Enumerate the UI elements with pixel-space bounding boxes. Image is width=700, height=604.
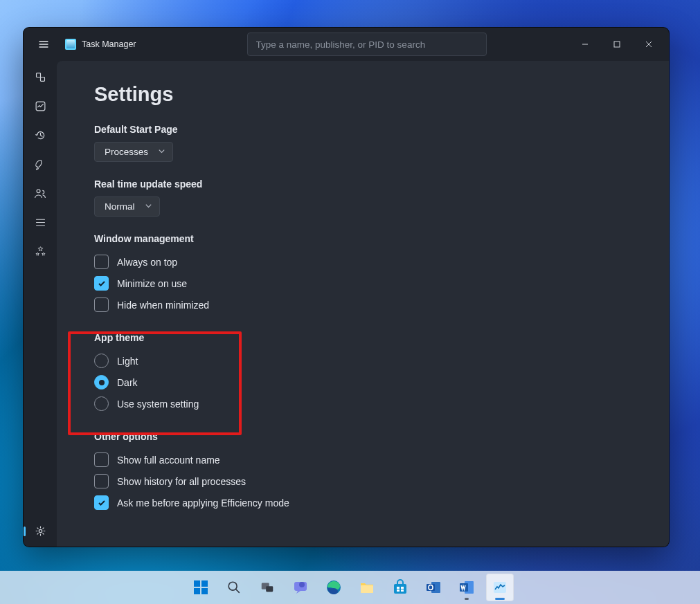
sidebar-item-startup-apps[interactable] bbox=[27, 152, 53, 176]
checkbox-icon bbox=[94, 452, 109, 467]
search-input[interactable] bbox=[247, 33, 487, 56]
windows-start-icon bbox=[192, 579, 209, 596]
window-controls bbox=[569, 33, 666, 55]
taskbar bbox=[0, 571, 700, 604]
svg-rect-1 bbox=[36, 73, 40, 77]
section-label: Default Start Page bbox=[94, 124, 669, 135]
radio-label: Dark bbox=[117, 377, 138, 388]
svg-rect-20 bbox=[397, 589, 400, 592]
taskbar-task-manager-button[interactable] bbox=[486, 574, 514, 601]
svg-point-14 bbox=[299, 582, 305, 587]
checkbox-label: Show full account name bbox=[117, 455, 220, 466]
section-label: Other options bbox=[94, 431, 669, 442]
task-manager-window: Task Manager bbox=[24, 28, 669, 547]
svg-rect-17 bbox=[394, 584, 406, 594]
edge-icon bbox=[325, 579, 342, 596]
search-box bbox=[247, 33, 469, 56]
svg-rect-3 bbox=[36, 102, 45, 111]
svg-point-5 bbox=[39, 529, 42, 532]
sidebar-item-services[interactable] bbox=[27, 239, 53, 263]
dropdown-value: Normal bbox=[105, 201, 135, 212]
processes-icon bbox=[35, 71, 46, 83]
close-button[interactable] bbox=[633, 33, 665, 55]
default-start-page-dropdown[interactable]: Processes bbox=[94, 142, 173, 162]
checkbox-history-all-processes[interactable]: Show history for all processes bbox=[94, 470, 669, 492]
checkbox-label: Show history for all processes bbox=[117, 476, 246, 487]
taskbar-task-view-button[interactable] bbox=[253, 574, 281, 601]
radio-theme-system[interactable]: Use system setting bbox=[94, 393, 669, 414]
taskbar-outlook-button[interactable] bbox=[420, 574, 447, 601]
desktop-background: Task Manager bbox=[0, 0, 700, 604]
taskbar-word-button[interactable] bbox=[453, 574, 481, 601]
radio-label: Light bbox=[117, 356, 138, 367]
page-title: Settings bbox=[94, 83, 669, 106]
sidebar-item-app-history[interactable] bbox=[27, 123, 53, 147]
taskbar-edge-button[interactable] bbox=[320, 574, 348, 601]
checkbox-full-account-name[interactable]: Show full account name bbox=[94, 449, 669, 470]
section-window-management: Window management Always on top Minimize… bbox=[94, 233, 669, 315]
section-label: App theme bbox=[94, 332, 669, 343]
svg-rect-6 bbox=[194, 580, 200, 587]
radio-theme-dark[interactable]: Dark bbox=[94, 372, 669, 393]
task-manager-icon bbox=[492, 579, 508, 596]
hamburger-menu-button[interactable] bbox=[32, 33, 55, 56]
search-icon bbox=[226, 580, 242, 595]
folder-icon bbox=[359, 579, 375, 596]
outlook-icon bbox=[425, 579, 442, 596]
sidebar-item-processes[interactable] bbox=[27, 65, 53, 89]
svg-rect-18 bbox=[397, 587, 400, 589]
checkbox-icon bbox=[94, 298, 109, 312]
chat-icon bbox=[292, 579, 309, 596]
section-other-options: Other options Show full account name Sho… bbox=[94, 431, 669, 513]
sidebar-item-details[interactable] bbox=[27, 210, 53, 234]
taskbar-start-button[interactable] bbox=[187, 574, 215, 601]
radio-icon bbox=[94, 396, 109, 411]
svg-rect-21 bbox=[401, 589, 404, 592]
checkbox-label: Hide when minimized bbox=[117, 300, 209, 311]
settings-content: Settings Default Start Page Processes Re… bbox=[57, 61, 669, 547]
checkbox-label: Always on top bbox=[117, 257, 177, 268]
minimize-button[interactable] bbox=[569, 33, 601, 55]
section-update-speed: Real time update speed Normal bbox=[94, 179, 669, 217]
details-icon bbox=[35, 217, 46, 228]
checkbox-ask-efficiency-mode[interactable]: Ask me before applying Efficiency mode bbox=[94, 492, 669, 513]
svg-rect-16 bbox=[361, 585, 373, 593]
update-speed-dropdown[interactable]: Normal bbox=[94, 196, 160, 217]
sidebar bbox=[24, 61, 57, 547]
section-default-start-page: Default Start Page Processes bbox=[94, 124, 669, 162]
dropdown-value: Processes bbox=[105, 147, 148, 157]
app-title: Task Manager bbox=[82, 39, 136, 49]
sidebar-item-performance[interactable] bbox=[27, 94, 53, 118]
radio-icon bbox=[94, 375, 109, 390]
checkbox-icon bbox=[94, 474, 109, 488]
services-icon bbox=[35, 246, 46, 257]
radio-icon bbox=[94, 354, 109, 368]
gear-icon bbox=[35, 525, 46, 537]
sidebar-item-settings[interactable] bbox=[27, 519, 53, 542]
maximize-button[interactable] bbox=[601, 33, 633, 55]
svg-rect-9 bbox=[201, 588, 208, 594]
checkbox-icon bbox=[94, 255, 109, 269]
radio-label: Use system setting bbox=[117, 399, 199, 410]
section-app-theme: App theme Light Dark Use system setting bbox=[94, 332, 669, 414]
svg-point-4 bbox=[37, 189, 40, 192]
checkbox-label: Minimize on use bbox=[117, 278, 187, 289]
section-label: Real time update speed bbox=[94, 179, 669, 190]
startup-icon bbox=[34, 158, 47, 170]
svg-rect-8 bbox=[194, 588, 200, 594]
radio-theme-light[interactable]: Light bbox=[94, 350, 669, 372]
checkbox-hide-when-minimized[interactable]: Hide when minimized bbox=[94, 294, 669, 315]
taskbar-search-button[interactable] bbox=[220, 574, 248, 601]
word-icon bbox=[458, 579, 475, 596]
titlebar: Task Manager bbox=[24, 28, 669, 61]
checkbox-always-on-top[interactable]: Always on top bbox=[94, 251, 669, 273]
performance-icon bbox=[35, 100, 46, 112]
svg-rect-0 bbox=[614, 42, 620, 47]
store-icon bbox=[392, 579, 409, 596]
taskbar-file-explorer-button[interactable] bbox=[353, 574, 381, 601]
chevron-down-icon bbox=[145, 201, 152, 212]
taskbar-store-button[interactable] bbox=[386, 574, 414, 601]
taskbar-chat-button[interactable] bbox=[287, 574, 314, 601]
sidebar-item-users[interactable] bbox=[27, 181, 53, 205]
checkbox-minimize-on-use[interactable]: Minimize on use bbox=[94, 273, 669, 294]
